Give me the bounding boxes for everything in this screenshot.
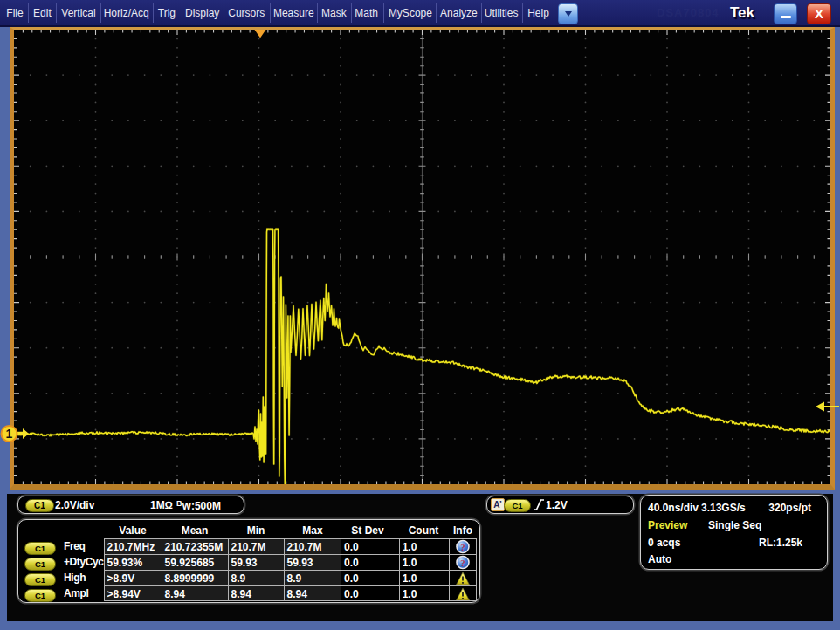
svg-text:?: ? bbox=[460, 542, 465, 552]
svg-text:1: 1 bbox=[6, 427, 13, 441]
svg-text:?: ? bbox=[460, 558, 465, 568]
